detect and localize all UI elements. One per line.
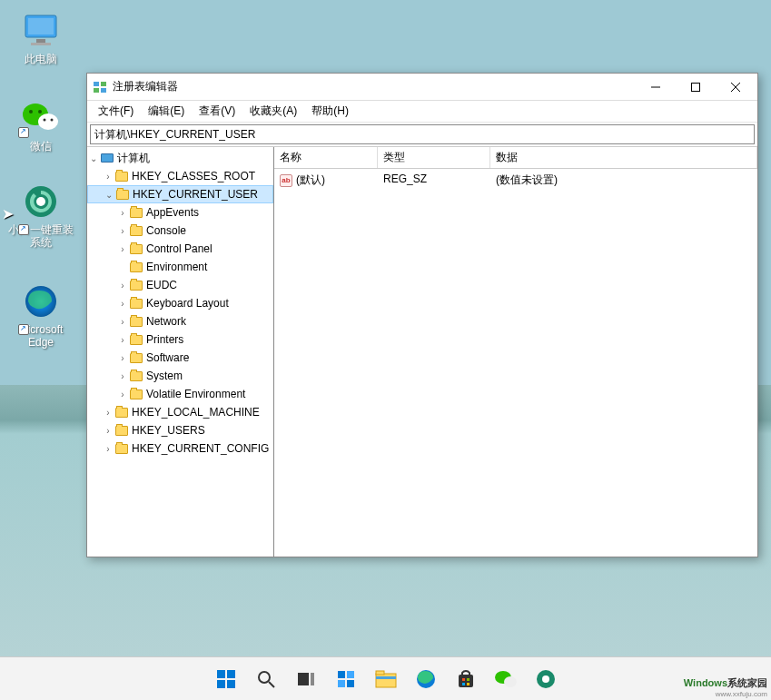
svg-rect-34 bbox=[376, 671, 384, 675]
folder-icon bbox=[129, 333, 143, 346]
tree-item-environment[interactable]: Environment bbox=[87, 258, 273, 276]
svg-rect-29 bbox=[338, 671, 345, 678]
tree-label: HKEY_USERS bbox=[132, 424, 205, 437]
tree-item-hkey-current-user[interactable]: ⌄HKEY_CURRENT_USER bbox=[87, 185, 273, 203]
task-view-button[interactable] bbox=[288, 661, 324, 697]
folder-icon bbox=[114, 442, 129, 455]
value-name: (默认) bbox=[296, 173, 325, 188]
regedit-window: 注册表编辑器 文件(F) 编辑(E) 查看(V) 收藏夹(A) 帮助(H) 计算… bbox=[86, 73, 758, 557]
edge-taskbar-button[interactable] bbox=[408, 661, 444, 697]
expand-icon[interactable]: › bbox=[102, 426, 114, 436]
tree-item-appevents[interactable]: ›AppEvents bbox=[87, 203, 273, 222]
expand-icon[interactable]: › bbox=[116, 299, 129, 309]
desktop-icon-wechat[interactable]: 微信 bbox=[7, 98, 74, 153]
folder-icon bbox=[129, 224, 143, 237]
expand-icon[interactable]: › bbox=[116, 353, 129, 363]
desktop[interactable]: 此电脑 微信 小白一键重装系统 Microsoft Edge ➤ 注册表编辑器 … bbox=[0, 0, 771, 700]
xiaobai-taskbar-button[interactable] bbox=[528, 661, 564, 697]
tree-label: HKEY_CURRENT_USER bbox=[133, 188, 258, 201]
expand-icon[interactable]: ⌄ bbox=[103, 190, 115, 200]
explorer-button[interactable] bbox=[368, 661, 404, 697]
expand-icon[interactable]: › bbox=[116, 208, 129, 218]
tree-label: HKEY_CLASSES_ROOT bbox=[132, 170, 255, 182]
regedit-app-icon bbox=[93, 80, 107, 94]
expand-icon[interactable]: › bbox=[116, 226, 129, 236]
tree-item-network[interactable]: ›Network bbox=[87, 312, 273, 330]
tree-item-hkey-classes-root[interactable]: ›HKEY_CLASSES_ROOT bbox=[87, 167, 273, 185]
menu-edit[interactable]: 编辑(E) bbox=[141, 102, 192, 121]
tree-item-volatile-environment[interactable]: ›Volatile Environment bbox=[87, 385, 273, 403]
expand-icon[interactable]: › bbox=[116, 335, 129, 345]
search-button[interactable] bbox=[248, 661, 284, 697]
string-value-icon: ab bbox=[280, 174, 292, 187]
tree-item-software[interactable]: ›Software bbox=[87, 349, 273, 367]
tree-label: Volatile Environment bbox=[146, 388, 245, 400]
expand-icon[interactable]: › bbox=[116, 317, 129, 327]
address-text: 计算机\HKEY_CURRENT_USER bbox=[94, 127, 255, 143]
svg-rect-35 bbox=[376, 676, 396, 679]
edge-icon bbox=[21, 283, 61, 320]
tree-item-eudc[interactable]: ›EUDC bbox=[87, 276, 273, 294]
titlebar[interactable]: 注册表编辑器 bbox=[87, 74, 757, 101]
store-button[interactable] bbox=[448, 661, 484, 697]
menu-favorites[interactable]: 收藏夹(A) bbox=[242, 102, 304, 121]
tree-item-printers[interactable]: ›Printers bbox=[87, 330, 273, 349]
folder-icon bbox=[129, 242, 143, 255]
svg-point-25 bbox=[259, 672, 270, 683]
maximize-button[interactable] bbox=[676, 74, 716, 100]
close-button[interactable] bbox=[716, 74, 756, 100]
col-header-name[interactable]: 名称 bbox=[274, 147, 378, 168]
folder-icon bbox=[129, 388, 143, 400]
menu-help[interactable]: 帮助(H) bbox=[304, 102, 356, 121]
start-button[interactable] bbox=[208, 661, 244, 697]
taskbar[interactable] bbox=[0, 656, 771, 700]
folder-icon bbox=[100, 152, 114, 164]
col-header-data[interactable]: 数据 bbox=[490, 147, 757, 168]
svg-rect-40 bbox=[462, 683, 465, 685]
cursor-icon: ➤ bbox=[2, 205, 14, 222]
folder-icon bbox=[114, 170, 129, 182]
expand-icon[interactable]: › bbox=[102, 444, 114, 454]
expand-icon[interactable]: › bbox=[116, 389, 129, 399]
wechat-taskbar-button[interactable] bbox=[488, 661, 524, 697]
tree-item-keyboard-layout[interactable]: ›Keyboard Layout bbox=[87, 294, 273, 312]
svg-rect-37 bbox=[459, 675, 473, 687]
tree-item-hkey-current-config[interactable]: ›HKEY_CURRENT_CONFIG bbox=[87, 439, 273, 458]
desktop-icon-label: 此电脑 bbox=[7, 53, 74, 65]
menu-file[interactable]: 文件(F) bbox=[91, 102, 141, 121]
desktop-icon-xiaobai[interactable]: 小白一键重装系统 bbox=[7, 182, 74, 250]
watermark-suffix: 系统家园 bbox=[727, 677, 767, 688]
expand-icon[interactable]: › bbox=[116, 244, 129, 254]
folder-icon bbox=[129, 206, 143, 219]
pc-icon bbox=[22, 14, 60, 48]
svg-point-43 bbox=[504, 676, 517, 687]
svg-rect-16 bbox=[101, 88, 106, 93]
tree-item-console[interactable]: ›Console bbox=[87, 222, 273, 240]
expand-icon[interactable]: ⌄ bbox=[87, 153, 100, 163]
svg-point-5 bbox=[38, 113, 58, 130]
watermark-sub: www.xxfuju.com bbox=[684, 690, 767, 698]
values-pane[interactable]: 名称 类型 数据 ab(默认)REG_SZ(数值未设置) bbox=[274, 147, 757, 557]
folder-icon bbox=[129, 279, 143, 291]
expand-icon[interactable]: › bbox=[102, 408, 114, 418]
minimize-button[interactable] bbox=[636, 74, 676, 100]
svg-rect-18 bbox=[692, 83, 700, 91]
tree-item-hkey-users[interactable]: ›HKEY_USERS bbox=[87, 421, 273, 439]
expand-icon[interactable]: › bbox=[116, 371, 129, 381]
tree-pane[interactable]: ⌄计算机›HKEY_CLASSES_ROOT⌄HKEY_CURRENT_USER… bbox=[87, 147, 274, 557]
desktop-icon-this-pc[interactable]: 此电脑 bbox=[7, 11, 74, 65]
col-header-type[interactable]: 类型 bbox=[378, 147, 490, 168]
desktop-icon-edge[interactable]: Microsoft Edge bbox=[7, 281, 74, 350]
tree-root[interactable]: ⌄计算机 bbox=[87, 149, 273, 167]
tree-item-control-panel[interactable]: ›Control Panel bbox=[87, 240, 273, 258]
value-row[interactable]: ab(默认)REG_SZ(数值未设置) bbox=[274, 169, 757, 192]
tree-item-system[interactable]: ›System bbox=[87, 367, 273, 385]
address-bar[interactable]: 计算机\HKEY_CURRENT_USER bbox=[90, 124, 755, 144]
tree-label: Keyboard Layout bbox=[146, 297, 229, 310]
menu-view[interactable]: 查看(V) bbox=[192, 102, 242, 121]
expand-icon[interactable]: › bbox=[116, 281, 129, 291]
expand-icon[interactable]: › bbox=[102, 172, 114, 182]
widgets-button[interactable] bbox=[328, 661, 364, 697]
svg-rect-3 bbox=[31, 43, 51, 45]
tree-item-hkey-local-machine[interactable]: ›HKEY_LOCAL_MACHINE bbox=[87, 403, 273, 421]
